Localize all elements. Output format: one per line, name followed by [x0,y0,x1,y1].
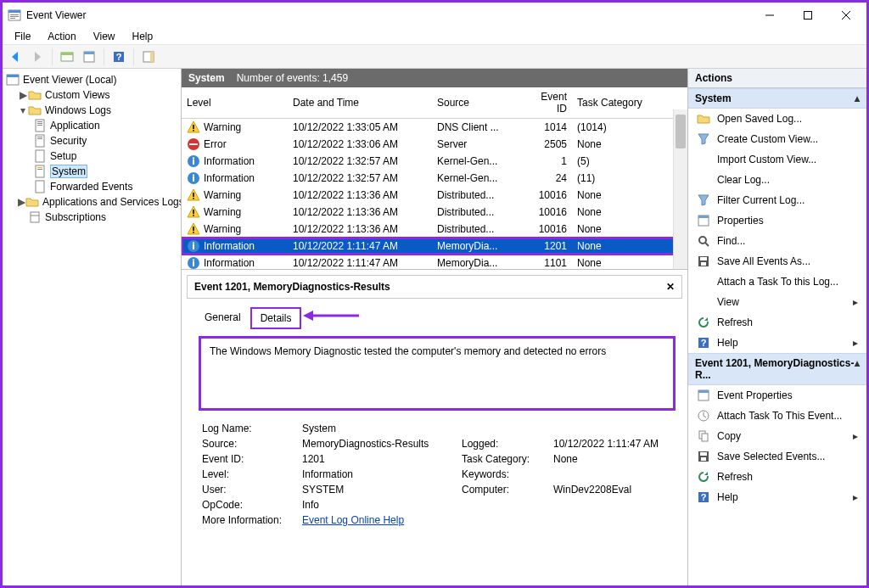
svg-rect-41 [193,175,194,176]
col-source[interactable]: Source [432,87,525,119]
action-event-properties[interactable]: Event Properties [688,385,866,406]
svg-rect-72 [700,452,707,456]
action-save-selected[interactable]: Save Selected Events... [688,446,866,467]
col-task[interactable]: Task Category [572,87,687,119]
action-help-2[interactable]: ?Help▸ [688,487,866,507]
back-button[interactable] [6,48,25,66]
event-row[interactable]: Information10/12/2022 1:32:57 AMKernel-G… [182,153,687,170]
col-level[interactable]: Level [182,87,288,119]
action-refresh[interactable]: Refresh [688,312,866,333]
expand-icon[interactable]: ▶ [18,196,25,208]
tree-root[interactable]: Event Viewer (Local) [4,72,179,87]
action-help[interactable]: ?Help▸ [688,333,866,353]
action-view[interactable]: View▸ [688,292,866,312]
menubar: File Action View Help [3,28,866,45]
event-description: The Windows Memory Diagnostic tested the… [199,336,676,411]
action-attach-task-event[interactable]: Attach Task To This Event... [688,406,866,426]
tree-subscriptions[interactable]: ▶ Subscriptions [4,210,179,225]
action-filter-log[interactable]: Filter Current Log... [688,190,866,210]
list-scrollbar[interactable] [673,109,687,269]
navigation-tree[interactable]: Event Viewer (Local) ▶ Custom Views ▾ Wi… [3,69,182,585]
level-icon [187,205,200,219]
event-row[interactable]: Warning10/12/2022 1:33:05 AMDNS Client .… [182,119,687,137]
event-list[interactable]: Level Date and Time Source Event ID Task… [182,87,687,272]
tree-custom-views[interactable]: ▶ Custom Views [4,87,179,103]
tree-security[interactable]: Security [4,133,179,148]
tree-root-label: Event Viewer (Local) [23,74,117,86]
maximize-button[interactable] [788,3,827,27]
action-refresh-2[interactable]: Refresh [688,467,866,487]
action-clear-log[interactable]: Clear Log... [688,170,866,190]
svg-rect-4 [10,18,15,19]
level-icon [187,154,200,168]
action-copy[interactable]: Copy▸ [688,426,866,446]
actions-group-system[interactable]: System▴ [688,88,866,109]
menu-file[interactable]: File [6,29,39,44]
action-open-saved-log[interactable]: Open Saved Log... [688,109,866,129]
tree-windows-logs[interactable]: ▾ Windows Logs [4,103,179,118]
svg-rect-29 [37,169,42,170]
menu-help[interactable]: Help [124,29,162,44]
svg-line-58 [705,243,709,246]
level-icon [187,120,200,134]
detail-header: Event 1201, MemoryDiagnostics-Results ✕ [187,275,682,299]
menu-action[interactable]: Action [39,29,84,44]
tree-application[interactable]: Application [4,118,179,133]
svg-rect-10 [61,53,73,55]
col-date[interactable]: Date and Time [288,87,432,119]
svg-rect-22 [37,125,42,126]
actions-pane: Actions System▴ Open Saved Log... Create… [688,69,866,585]
actions-group-event[interactable]: Event 1201, MemoryDiagnostics-R...▴ [688,353,866,385]
svg-text:?: ? [116,52,122,62]
event-row[interactable]: Warning10/12/2022 1:13:36 AMDistributed.… [182,204,687,221]
event-row[interactable]: Information10/12/2022 1:11:47 AMMemoryDi… [182,238,687,255]
svg-text:?: ? [701,492,707,502]
scrollbar-thumb[interactable] [676,115,686,148]
toolbar: ? [3,45,866,69]
menu-view[interactable]: View [85,29,124,44]
collapse-icon[interactable]: ▴ [855,92,860,104]
collapse-icon[interactable]: ▾ [18,104,28,116]
event-row[interactable]: Warning10/12/2022 1:13:36 AMDistributed.… [182,221,687,238]
forward-button[interactable] [28,48,47,66]
svg-rect-1 [8,10,20,13]
level-icon [187,137,200,151]
action-attach-task-log[interactable]: Attach a Task To this Log... [688,272,866,292]
svg-rect-30 [36,181,44,193]
event-row[interactable]: Warning10/12/2022 1:13:36 AMDistributed.… [182,187,687,204]
svg-rect-24 [37,137,42,137]
tree-system[interactable]: System [4,164,179,179]
col-eventid[interactable]: Event ID [525,87,572,119]
action-pane-toolbar-button[interactable] [139,48,158,66]
action-import-custom-view[interactable]: Import Custom View... [688,149,866,170]
action-properties[interactable]: Properties [688,210,866,231]
svg-rect-73 [701,457,706,461]
collapse-icon[interactable]: ▴ [855,357,860,381]
tree-setup[interactable]: Setup [4,148,179,164]
event-row[interactable]: Information10/12/2022 1:11:47 AMMemoryDi… [182,255,687,272]
close-detail-icon[interactable]: ✕ [666,281,675,293]
action-create-custom-view[interactable]: Create Custom View... [688,129,866,149]
titlebar: Event Viewer [3,3,866,28]
properties-toolbar-button[interactable] [80,48,98,66]
close-button[interactable] [827,3,865,27]
svg-rect-49 [193,244,194,249]
svg-rect-37 [193,160,194,165]
svg-rect-16 [150,52,154,62]
tree-apps-services[interactable]: ▶ Applications and Services Logs [4,194,179,210]
svg-rect-28 [37,167,42,168]
toolbar-separator [133,48,134,65]
minimize-button[interactable] [750,3,788,27]
action-save-all[interactable]: Save All Events As... [688,251,866,272]
tab-general[interactable]: General [195,307,250,329]
expand-icon[interactable]: ▶ [18,89,28,101]
svg-rect-26 [36,150,44,162]
help-toolbar-button[interactable]: ? [109,48,128,66]
tree-forwarded[interactable]: Forwarded Events [4,179,179,194]
show-tree-button[interactable] [58,48,76,66]
event-row[interactable]: Error10/12/2022 1:33:06 AMServer2505None [182,136,687,153]
tab-details[interactable]: Details [250,307,302,329]
event-log-online-help-link[interactable]: Event Log Online Help [302,514,455,526]
action-find[interactable]: Find... [688,231,866,251]
event-row[interactable]: Information10/12/2022 1:32:57 AMKernel-G… [182,170,687,187]
